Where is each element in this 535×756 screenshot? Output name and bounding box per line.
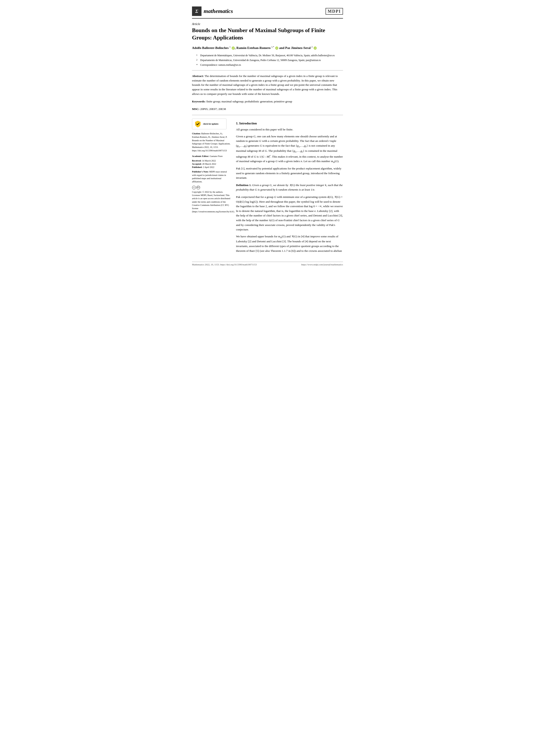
- check-updates-text: check for updates: [203, 123, 218, 125]
- check-updates-box[interactable]: check for updates: [192, 119, 227, 129]
- orcid-icon-2: iD: [275, 46, 278, 50]
- intro-heading: 1. Introduction: [236, 121, 343, 126]
- aff-text-2: Departamento de Matemáticas, Universidad…: [200, 58, 321, 62]
- affiliation-2: 2 Departamento de Matemáticas, Universid…: [196, 58, 343, 62]
- article-title: Bounds on the Number of Maximal Subgroup…: [192, 27, 343, 41]
- aff-text-1: Departament de Matemàtiques, Universitat…: [200, 53, 335, 57]
- published-label: Published:: [192, 166, 202, 168]
- intro-para-3: Pak [1], motivated by potential applicat…: [236, 166, 343, 180]
- cc-icon-by: BY: [196, 186, 200, 189]
- copyright-text: Copyright: © 2022 by the authors. Licens…: [192, 190, 231, 213]
- journal-branding: Σ mathematics: [192, 7, 233, 16]
- footer-mdpi-url: https://www.mdpi.com/journal/mathematics: [301, 263, 343, 266]
- cc-icons: cc BY: [192, 186, 200, 189]
- aff-num-2: 2: [196, 58, 199, 62]
- keywords-label: Keywords:: [192, 100, 206, 103]
- check-updates-icon: [194, 121, 201, 127]
- math-G: G: [253, 135, 256, 138]
- aff-star: *: [196, 63, 199, 67]
- intro-para-2: Given a group G, one can ask how many el…: [236, 134, 343, 164]
- author-3-sup: 2: [312, 46, 313, 48]
- msc-label: MSC:: [192, 107, 200, 111]
- page-header: Σ mathematics MDPI: [192, 7, 343, 18]
- author-1-sup: 1: [230, 46, 231, 48]
- dates-block: Received: 14 March 2022 Accepted: 28 Mar…: [192, 159, 231, 169]
- definition-1: Definition 1. Given a group G, we denote…: [236, 183, 343, 192]
- abstract-text: The determination of bounds for the numb…: [192, 74, 338, 96]
- orcid-icon-3: iD: [314, 46, 317, 50]
- main-content: 1. Introduction All groups considered in…: [236, 119, 343, 255]
- intro-para-4: Pak conjectured that for a group G with …: [236, 195, 343, 232]
- aff-text-correspondence: Correspondence: ramon.esteban@uv.es: [200, 63, 241, 67]
- citation-text: Ballester-Bolinches, A.; Esteban-Romero,…: [192, 132, 230, 152]
- citation-label: Citation:: [192, 132, 201, 135]
- abstract-block: Abstract: The determination of bounds fo…: [192, 74, 343, 96]
- received-label: Received:: [192, 159, 202, 162]
- math-r: r: [328, 139, 329, 143]
- abstract-label: Abstract:: [192, 74, 204, 78]
- authors-block: Adolfo Ballester-Bolinches 1 iD, Ramón E…: [192, 45, 343, 50]
- sidebar: check for updates Citation: Ballester-Bo…: [192, 119, 231, 255]
- author-1: Adolfo Ballester-Bolinches 1 iD: [192, 46, 235, 50]
- footer-journal-ref: Mathematics 2022, 10, 1153. https://doi.…: [192, 263, 257, 266]
- publisher-note-label: Publisher's Note:: [192, 171, 209, 173]
- two-column-layout: check for updates Citation: Ballester-Bo…: [192, 119, 343, 255]
- orcid-icon-1: iD: [232, 46, 235, 50]
- sigma-logo: Σ: [192, 7, 202, 16]
- article-type: Article: [192, 22, 343, 26]
- divider-2: [192, 115, 343, 115]
- received-date: 14 March 2022: [202, 159, 216, 162]
- academic-editor-block: Academic Editor: Gaetano Fiore: [192, 154, 231, 158]
- accepted-date: 28 March 2022: [202, 163, 216, 165]
- publisher-note-block: Publisher's Note: MDPI stays neutral wit…: [192, 170, 231, 183]
- author-3: and Paz Jiménez-Seral 2 iD: [279, 46, 317, 50]
- def-1-body: Given a group G, we denote by 𝒱(G) the l…: [236, 183, 343, 191]
- published-date: 2 April 2022: [203, 166, 214, 168]
- math-gr: g: [244, 144, 245, 147]
- keywords-block: Keywords: finite group; maximal subgroup…: [192, 99, 343, 104]
- aff-num-1: 1: [196, 53, 199, 57]
- cc-license-block: cc BY Copyright: © 2022 by the authors. …: [192, 185, 231, 213]
- accepted-label: Accepted:: [192, 163, 202, 165]
- journal-name: mathematics: [204, 8, 233, 14]
- cc-icon-cc: cc: [192, 186, 196, 189]
- affiliation-1: 1 Departament de Matemàtiques, Universit…: [196, 53, 343, 57]
- keywords-text: finite group; maximal subgroup; probabil…: [206, 100, 292, 103]
- affiliations-block: 1 Departament de Matemàtiques, Universit…: [192, 53, 343, 67]
- mdpi-logo: MDPI: [325, 8, 343, 15]
- intro-para-5: We have obtained upper bounds for mn(G) …: [236, 234, 343, 253]
- intro-para-1: All groups considered in this paper will…: [236, 127, 343, 132]
- divider-1: [192, 70, 343, 70]
- msc-block: MSC: 20P05; 20E07; 20E38: [192, 107, 343, 111]
- page-footer: Mathematics 2022, 10, 1153. https://doi.…: [192, 262, 343, 266]
- msc-text: 20P05; 20E07; 20E38: [200, 107, 226, 111]
- author-2-sup: 1,*: [271, 46, 274, 48]
- math-G3: G: [260, 144, 262, 147]
- academic-editor-label: Academic Editor:: [192, 155, 209, 157]
- citation-block: Citation: Ballester-Bolinches, A.; Esteb…: [192, 132, 231, 152]
- author-2: Ramón Esteban-Romero 1,* iD: [237, 46, 278, 50]
- math-G2: G: [259, 139, 262, 143]
- def-1-label: Definition 1.: [236, 183, 251, 187]
- academic-editor-name: Gaetano Fiore: [210, 155, 223, 157]
- affiliation-correspondence: * Correspondence: ramon.esteban@uv.es: [196, 63, 343, 67]
